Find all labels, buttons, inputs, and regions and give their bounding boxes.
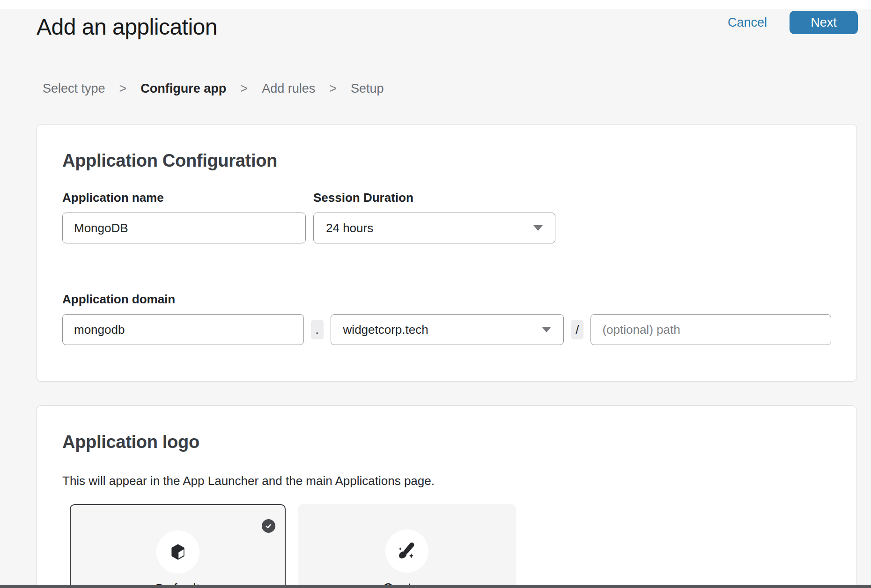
selected-check-icon [262,519,275,533]
chevron-right-separator: > [240,81,248,96]
page-header: Add an application Cancel Next [0,9,871,41]
session-duration-field: Session Duration 24 hours [313,191,555,243]
paintbrush-icon [385,529,428,573]
breadcrumb: Select type > Configure app > Add rules … [43,81,871,96]
subdomain-input[interactable] [62,314,304,345]
page-title: Add an application [37,13,217,41]
session-duration-select[interactable]: 24 hours [313,213,555,243]
top-strip [0,0,871,9]
logo-option-custom[interactable]: Custom [298,504,516,588]
domain-select[interactable]: widgetcorp.tech [331,314,564,345]
application-logo-heading: Application logo [62,432,831,452]
path-input[interactable] [591,314,831,345]
breadcrumb-step-select-type[interactable]: Select type [43,81,105,96]
header-actions: Cancel Next [728,11,858,34]
cube-icon [156,530,199,573]
dot-separator: . [311,320,324,339]
application-configuration-card: Application Configuration Application na… [37,124,857,382]
slash-separator: / [571,320,583,339]
chevron-right-separator: > [329,81,337,96]
logo-option-default[interactable]: Default [70,504,286,588]
breadcrumb-step-configure-app[interactable]: Configure app [140,81,226,96]
logo-options: Default Custom [70,504,831,588]
application-domain-row: . widgetcorp.tech / [62,314,831,345]
application-domain-label: Application domain [62,292,831,307]
application-logo-card: Application logo This will appear in the… [37,405,857,588]
application-name-field: Application name [62,191,313,243]
breadcrumb-step-setup[interactable]: Setup [351,81,384,96]
next-button[interactable]: Next [790,11,858,34]
application-name-input[interactable] [62,213,306,243]
chevron-right-separator: > [119,81,127,96]
application-name-label: Application name [62,191,313,205]
domain-select-value: widgetcorp.tech [343,323,428,337]
cancel-button[interactable]: Cancel [728,15,767,30]
session-duration-value: 24 hours [326,221,373,235]
bottom-edge-bar [0,585,871,588]
breadcrumb-step-add-rules[interactable]: Add rules [262,81,315,96]
application-logo-description: This will appear in the App Launcher and… [62,474,831,488]
chevron-down-icon [542,327,551,332]
name-session-row: Application name Session Duration 24 hou… [62,191,831,243]
chevron-down-icon [533,225,543,231]
add-application-page: Add an application Cancel Next Select ty… [0,0,871,588]
session-duration-label: Session Duration [313,191,555,205]
application-configuration-heading: Application Configuration [62,151,831,171]
